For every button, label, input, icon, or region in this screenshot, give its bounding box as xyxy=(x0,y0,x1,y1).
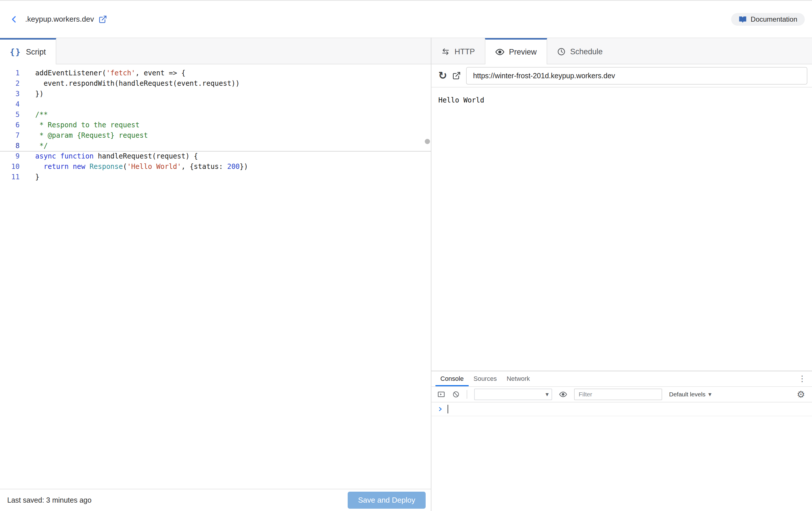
toolbar-divider xyxy=(467,390,467,399)
line-number: 7 xyxy=(0,130,26,141)
chevron-down-icon: ▼ xyxy=(708,392,712,397)
code-line[interactable]: 5/** xyxy=(0,110,431,120)
clear-console-button[interactable] xyxy=(452,391,460,398)
javascript-context-select[interactable]: ▼ xyxy=(474,389,552,400)
console-sidebar-icon xyxy=(437,390,445,398)
line-number: 10 xyxy=(0,161,26,172)
line-number: 8 xyxy=(0,141,26,151)
preview-response-text: Hello World xyxy=(438,96,484,104)
line-number: 2 xyxy=(0,78,26,89)
code-lines: 1addEventListener('fetch', event => {2 e… xyxy=(0,68,431,182)
text-cursor xyxy=(447,405,448,414)
code-editor[interactable]: 1addEventListener('fetch', event => {2 e… xyxy=(0,64,431,489)
external-link-icon xyxy=(98,15,107,24)
live-expression-button[interactable] xyxy=(559,390,567,398)
refresh-icon: ↻ xyxy=(438,70,447,81)
tab-schedule[interactable]: Schedule xyxy=(547,38,613,64)
eye-icon xyxy=(559,390,567,398)
console-sidebar-toggle-button[interactable] xyxy=(437,390,445,398)
tab-script[interactable]: {} Script xyxy=(0,38,56,64)
page-title: .keypup.workers.dev xyxy=(25,15,94,24)
tab-sources[interactable]: Sources xyxy=(469,371,502,386)
kebab-menu-icon[interactable]: ⋮ xyxy=(798,375,806,383)
braces-icon: {} xyxy=(10,47,21,57)
open-in-new-tab-button[interactable] xyxy=(452,71,461,80)
code-line[interactable]: 6 * Respond to the request xyxy=(0,120,431,130)
line-number: 9 xyxy=(0,151,26,161)
code-line[interactable]: 3}) xyxy=(0,89,431,99)
workers-editor-page: .keypup.workers.dev Documentation {} Scr… xyxy=(0,0,812,511)
code-line[interactable]: 2 event.respondWith(handleRequest(event.… xyxy=(0,78,431,89)
devtools-tabbar: Console Sources Network ⋮ xyxy=(431,371,812,387)
console-prompt-icon xyxy=(437,406,443,412)
external-link-button[interactable] xyxy=(98,15,107,24)
console-filter-input[interactable] xyxy=(574,389,662,400)
line-number: 11 xyxy=(0,172,26,182)
back-button[interactable] xyxy=(7,12,21,26)
code-line[interactable]: 8 */ xyxy=(0,141,431,151)
tab-console[interactable]: Console xyxy=(435,371,469,386)
http-arrows-icon xyxy=(441,47,450,56)
tab-script-label: Script xyxy=(26,48,46,57)
tab-preview[interactable]: Preview xyxy=(485,38,547,64)
editor-panel: {} Script 1addEventListener('fetch', eve… xyxy=(0,37,431,511)
line-number: 3 xyxy=(0,89,26,99)
log-levels-dropdown[interactable]: Default levels ▼ xyxy=(669,391,712,398)
code-line[interactable]: 7 * @param {Request} request xyxy=(0,130,431,141)
tab-network[interactable]: Network xyxy=(501,371,535,386)
chevron-down-icon: ▼ xyxy=(546,392,549,397)
devtools-panel: Console Sources Network ⋮ xyxy=(431,371,812,511)
documentation-label: Documentation xyxy=(751,15,797,23)
save-and-deploy-button[interactable]: Save and Deploy xyxy=(348,492,426,509)
tab-preview-label: Preview xyxy=(509,48,537,57)
clear-console-icon xyxy=(452,391,460,398)
editor-tabbar: {} Script xyxy=(0,37,431,64)
settings-gear-icon[interactable]: ⚙ xyxy=(797,390,805,399)
editor-footer: Last saved: 3 minutes ago Save and Deplo… xyxy=(0,489,431,511)
tab-http[interactable]: HTTP xyxy=(431,38,485,64)
last-saved-text: Last saved: 3 minutes ago xyxy=(7,496,91,504)
code-line[interactable]: 10 return new Response('Hello World', {s… xyxy=(0,161,431,172)
code-line[interactable]: 11} xyxy=(0,172,431,182)
url-bar: ↻ xyxy=(431,64,812,88)
line-number: 5 xyxy=(0,110,26,120)
eye-icon xyxy=(495,47,504,57)
chevron-left-icon xyxy=(9,14,19,24)
console-output xyxy=(431,402,812,511)
code-line[interactable]: 4 xyxy=(0,99,431,110)
scrollbar-thumb[interactable] xyxy=(425,139,430,144)
line-number: 4 xyxy=(0,99,26,110)
url-input[interactable] xyxy=(466,67,807,85)
code-line[interactable]: 1addEventListener('fetch', event => { xyxy=(0,68,431,78)
log-levels-label: Default levels xyxy=(669,391,705,398)
tab-http-label: HTTP xyxy=(455,47,475,56)
external-link-icon xyxy=(452,71,461,80)
preview-content: Hello World xyxy=(431,88,812,371)
app-header: .keypup.workers.dev Documentation xyxy=(0,1,812,37)
tab-schedule-label: Schedule xyxy=(570,47,603,56)
line-number: 6 xyxy=(0,120,26,130)
preview-panel: HTTP Preview Schedule ↻ xyxy=(431,37,812,511)
console-prompt[interactable] xyxy=(431,402,812,416)
clock-icon xyxy=(557,47,566,56)
line-number: 1 xyxy=(0,68,26,78)
book-icon xyxy=(738,15,747,23)
code-line[interactable]: 9async function handleRequest(request) { xyxy=(0,151,431,161)
refresh-button[interactable]: ↻ xyxy=(438,70,447,81)
main-split: {} Script 1addEventListener('fetch', eve… xyxy=(0,37,812,511)
preview-tabbar: HTTP Preview Schedule xyxy=(431,37,812,64)
documentation-button[interactable]: Documentation xyxy=(731,13,805,26)
devtools-toolbar: ▼ Default levels ▼ ⚙ xyxy=(431,387,812,402)
